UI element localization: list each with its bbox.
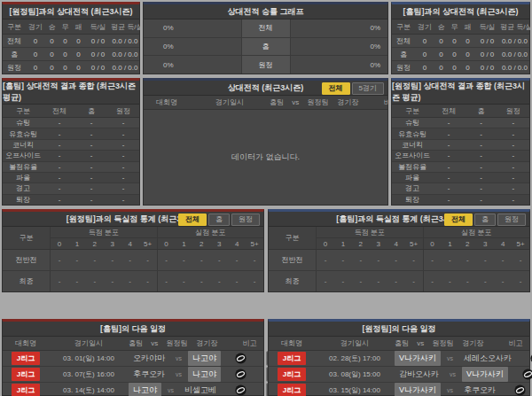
table-row: 코너킥 - - - [392, 139, 529, 150]
row-label: 홈 [392, 50, 415, 59]
stat-cell: - [75, 151, 107, 159]
stat-cell: - [497, 141, 529, 149]
filter-button[interactable]: 전체 [444, 214, 473, 226]
stat-cell: 0 [434, 64, 448, 72]
match-datetime: 02. 28(토) 17:00 [315, 353, 395, 363]
table-header: 구분 득점 분포 실점 분포 012345+ 012345+ [269, 227, 529, 250]
stadium-icon[interactable] [235, 353, 246, 364]
row-label: 코너킥 [392, 140, 433, 150]
panel-winrate-graph: 상대전적 승률 그래프 0% 전체 0% 0% 홈 0% 0% 원정 0% [143, 2, 388, 74]
stat-cell: - [246, 271, 263, 291]
column-header: 구분 [3, 106, 43, 116]
column-header: 0 [158, 238, 176, 249]
column-header: 구분 [3, 22, 26, 32]
vs-label: vs [176, 371, 182, 377]
column-header: 4 [494, 238, 512, 249]
stat-cell: - [497, 163, 529, 171]
column-header: 원정 [107, 106, 139, 116]
stat-cell: - [476, 250, 494, 270]
column-header: 2 [192, 238, 210, 249]
row-label: 파울 [3, 173, 43, 182]
column-header: 비고 [492, 338, 532, 348]
vs-label: vs [176, 355, 182, 361]
stat-cell: - [423, 250, 442, 270]
column-header: 승 [434, 22, 448, 32]
row-label: 전체 [392, 36, 415, 46]
column-header: 패 [72, 22, 85, 32]
right-percent: 0% [291, 56, 388, 74]
home-team: V나가사키 [395, 383, 441, 396]
stadium-icon[interactable] [235, 384, 246, 396]
home-team: 나고야 [129, 383, 161, 396]
column-header: 홈 [465, 106, 497, 116]
filter-button[interactable]: 전체 [322, 82, 350, 95]
filter-button[interactable]: 5경기 [352, 82, 384, 95]
table-body: 전반전 - - - - - - - - - - - - 최종 - - - - [3, 250, 263, 291]
filter-button[interactable]: 홈 [208, 214, 230, 226]
stat-cell: 0 [72, 50, 85, 58]
filter-button[interactable]: 홈 [474, 214, 496, 226]
stat-cell: - [512, 250, 529, 270]
group-header-row: 득점 분포 실점 분포 [51, 227, 263, 238]
stat-cell: - [104, 250, 121, 270]
column-header: 구분 [3, 227, 51, 249]
column-header: 0 [424, 238, 442, 249]
stat-cell: 0 [26, 37, 45, 45]
column-header: 0 [51, 238, 68, 249]
right-percent: 0% [291, 38, 388, 56]
away-team: 나고야 [188, 367, 221, 382]
column-header: 경기일시 [49, 338, 129, 348]
stat-cell: - [476, 271, 494, 291]
stat-cell: - [43, 174, 75, 182]
row-label: 퇴장 [392, 195, 433, 205]
row-label: 슈팅 [3, 118, 43, 128]
row-label: 전체 [3, 36, 26, 46]
stat-cell: 0 [434, 37, 448, 45]
left-percent: 0% [144, 38, 241, 56]
stadium-icon[interactable] [514, 384, 526, 396]
filter-button[interactable]: 원정 [497, 214, 526, 226]
vs-label: vs [417, 339, 424, 347]
column-header-match: 홈팀 vs 원정팀 [395, 338, 453, 348]
filter-button[interactable]: 원정 [231, 214, 260, 226]
stat-cell: - [139, 250, 157, 270]
schedule-row: J리그 03. 15(일) 14:00 V나가사키 vs 후쿠오카 비고 > [269, 382, 529, 396]
table-row: 볼점유율 - - - [3, 161, 139, 172]
stadium-icon[interactable] [235, 369, 246, 380]
away-team: 비셀고베 [180, 383, 221, 396]
column-header: 경기일시 [190, 97, 270, 107]
column-header: 구분 [269, 227, 317, 249]
stadium-icon[interactable] [522, 369, 532, 380]
home-team-header: 홈팀 [129, 339, 143, 347]
away-team-header: 원정팀 [432, 339, 453, 347]
home-team-header: 홈팀 [270, 98, 284, 106]
stat-cell: - [433, 141, 465, 149]
stat-cell: - [441, 271, 458, 291]
table-row: 최종 - - - - - - - - - - - - [3, 270, 263, 291]
stat-cell: - [334, 250, 352, 270]
vs-label: vs [447, 387, 453, 393]
stat-cell: - [107, 163, 139, 171]
panel-title: [홈팀]의 다음 일정 [100, 323, 166, 335]
table-row: 전체 0 0 0 0 0 / 0 0.0 / 0.0 [3, 35, 139, 47]
stat-cell: - [465, 163, 497, 171]
stat-cell: - [228, 271, 246, 291]
table-body: 슈팅 - - - 유효슈팅 - - - 코너킥 - - - 오프사이드 - - … [392, 118, 529, 205]
column-header: 1 [441, 238, 458, 249]
stat-cell: - [51, 250, 68, 270]
column-header: 구분 [392, 22, 415, 32]
table-row: 홈 0 0 0 0 0 / 0 0.0 / 0.0 [392, 47, 529, 60]
table-row: 코너킥 - - - [3, 139, 139, 150]
league-badge: J리그 [12, 352, 40, 365]
stat-cell: - [433, 184, 465, 192]
panel-home-schedule: [홈팀]의 다음 일정 대회명 경기일시 홈팀 vs 원정팀 경기장 비고 J리… [2, 319, 264, 396]
filter-button[interactable]: 전체 [178, 214, 207, 226]
schedule-row: J리그 03. 07(토) 16:00 후쿠오카 vs 나고야 비고 > [3, 366, 263, 382]
stat-cell: - [75, 130, 107, 138]
away-team: 나고야 [188, 351, 221, 366]
panel-away-summary: [원정팀] 상대전적 결과 종합 (최근3시즌 평균) 구분전체홈원정 슈팅 -… [391, 78, 530, 206]
stat-cell: - [157, 271, 176, 291]
stat-cell: - [317, 250, 334, 270]
stat-cell: 0 [72, 37, 85, 45]
stat-cell: 0.0 / 0.0 [500, 50, 529, 58]
